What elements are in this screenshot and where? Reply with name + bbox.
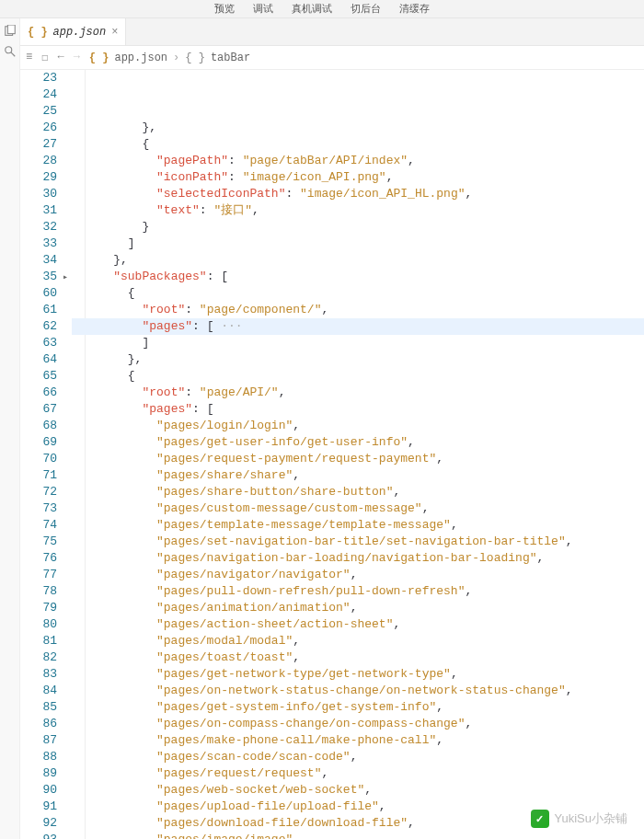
menu-item[interactable]: 预览 <box>214 2 235 16</box>
watermark: ✓ YukiSu小杂铺 <box>531 810 627 828</box>
code-area[interactable]: }, { "pagePath": "page/tabBar/API/index"… <box>72 70 644 839</box>
menu-item[interactable]: 清缓存 <box>399 2 430 16</box>
files-icon[interactable] <box>3 24 17 39</box>
menu-item[interactable]: 真机调试 <box>292 2 332 16</box>
svg-line-3 <box>10 52 14 56</box>
watermark-text: YukiSu小杂铺 <box>555 810 627 827</box>
back-icon[interactable]: ← <box>57 51 63 64</box>
menu-item[interactable]: 调试 <box>253 2 273 16</box>
line-gutter: 23242526272829303132333435▸6061626364656… <box>20 70 72 839</box>
close-icon[interactable]: × <box>111 26 118 39</box>
bookmark-icon[interactable]: ☐ <box>41 51 48 64</box>
json-icon: { } <box>89 52 109 64</box>
list-icon[interactable]: ≡ <box>26 51 32 64</box>
breadcrumb-segment[interactable]: tabBar <box>211 52 250 64</box>
top-menu-bar: 预览 调试 真机调试 切后台 清缓存 <box>0 0 644 18</box>
json-icon: { } <box>28 26 48 39</box>
chevron-right-icon: › <box>173 52 179 64</box>
breadcrumb: ≡ ☐ ← → { } app.json › { } tabBar <box>20 46 644 70</box>
svg-rect-1 <box>7 25 15 34</box>
activity-bar <box>0 18 20 839</box>
fold-arrow-icon[interactable]: ▸ <box>63 270 68 286</box>
tab-app-json[interactable]: { } app.json × <box>20 18 126 45</box>
menu-item[interactable]: 切后台 <box>351 2 381 16</box>
tab-filename: app.json <box>53 26 107 39</box>
forward-icon[interactable]: → <box>74 51 80 64</box>
tabs-row: { } app.json × <box>20 18 644 46</box>
breadcrumb-file[interactable]: app.json <box>114 52 167 64</box>
wechat-icon: ✓ <box>531 810 549 828</box>
svg-point-2 <box>5 47 11 53</box>
editor[interactable]: 23242526272829303132333435▸6061626364656… <box>20 70 644 839</box>
search-icon[interactable] <box>3 44 17 59</box>
